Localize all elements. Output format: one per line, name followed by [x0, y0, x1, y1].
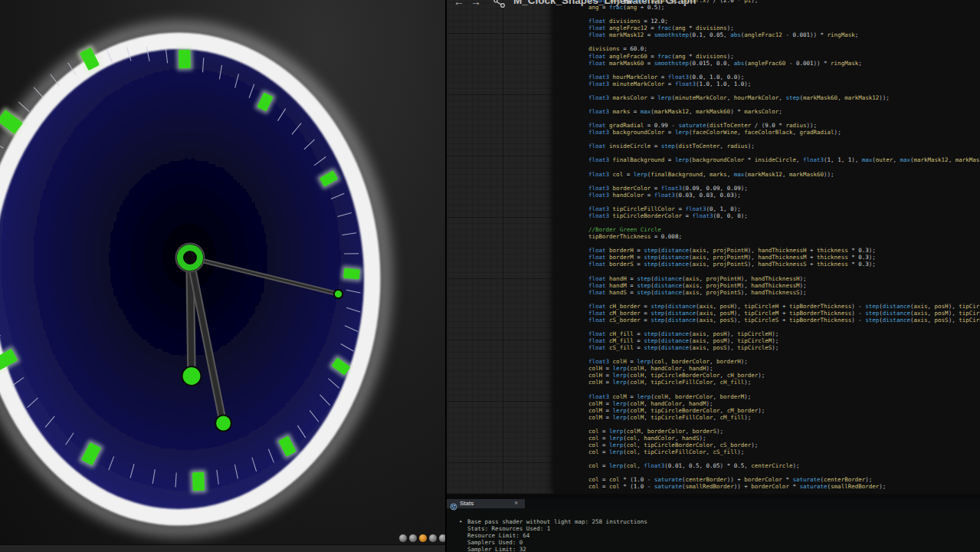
code-line: float3 handColor = float3(0.03, 0.03, 0.…: [588, 192, 980, 199]
stats-line: Samplers Used: 0: [447, 539, 980, 546]
code-line: float markMask12 = smoothstep(0.1, 0.05,…: [588, 31, 980, 38]
code-line: [588, 11, 980, 18]
code-line: [588, 150, 980, 156]
code-line: [588, 386, 980, 393]
graph-node-icon: [493, 0, 506, 12]
preview-shape-cube[interactable]: [428, 534, 438, 543]
forward-button[interactable]: →: [470, 0, 481, 8]
code-line: [588, 455, 980, 462]
back-button[interactable]: ←: [454, 0, 464, 8]
code-line: col = col * (1.0 - saturate(smallRedBord…: [588, 483, 980, 490]
stats-dock: Stats × •Base pass shader without light …: [447, 494, 980, 552]
close-icon[interactable]: ×: [514, 499, 518, 508]
stats-line: •Base pass shader without light map: 258…: [447, 518, 980, 525]
code-line: [588, 324, 980, 330]
code-line: [588, 469, 980, 476]
code-line: [588, 219, 980, 226]
code-line: float borderS = step(distance(axis, proj…: [588, 261, 980, 268]
graph-toolbar: ← → M_Clock_Shapes_Lines ❯ Material Grap…: [447, 0, 980, 8]
code-line: colM = lerp(colM, handColor, handM);: [588, 400, 980, 407]
preview-shape-teapot[interactable]: [438, 534, 447, 543]
code-line: float cM_border = step(distance(axis, po…: [588, 310, 980, 317]
code-line: float3 colH = lerp(col, borderColor, bor…: [588, 358, 980, 365]
preview-shape-cylinder[interactable]: [398, 534, 408, 543]
code-line: [588, 101, 980, 108]
code-line: float cH_fill = step(distance(axis, posH…: [588, 330, 980, 337]
code-line: col = lerp(col, handColor, handS);: [588, 435, 980, 442]
material-graph-panel[interactable]: float ang = atan2(polar.y, polar.x) / (2…: [447, 0, 980, 494]
code-line: float3 minuteMarkColor = float3(1.0, 1.0…: [588, 80, 980, 87]
code-line: float markMask60 = smoothstep(0.015, 0.0…: [588, 60, 980, 67]
code-line: float borderM = step(distance(axis, proj…: [588, 254, 980, 261]
code-line: col = lerp(col, float3(0.01, 0.5, 0.05) …: [588, 462, 980, 469]
code-line: [588, 67, 980, 74]
code-line: float angleFrac12 = frac(ang * divisions…: [588, 25, 980, 31]
hlsl-code-block: float ang = atan2(polar.y, polar.x) / (2…: [588, 0, 980, 490]
code-line: [588, 178, 980, 185]
code-line: [588, 87, 980, 94]
hlsl-code-node[interactable]: float ang = atan2(polar.y, polar.x) / (2…: [553, 0, 980, 494]
code-line: float insideCircle = step(distToCenter, …: [588, 143, 980, 150]
stats-content: •Base pass shader without light map: 258…: [447, 508, 980, 552]
code-line: col = lerp(col, tipCircleFillColor, cS_f…: [588, 449, 980, 455]
preview-viewport[interactable]: [0, 0, 447, 552]
code-line: [588, 38, 980, 45]
code-line: float handH = step(distance(axis, projPo…: [588, 275, 980, 282]
code-line: float3 marks = max(markMask12, markMask6…: [588, 108, 980, 115]
preview-shape-plane[interactable]: [418, 534, 428, 543]
code-line: float divisions = 12.0;: [588, 18, 980, 25]
code-line: col = lerp(col, tipCircleBorderColor, cS…: [588, 442, 980, 449]
code-line: [588, 115, 980, 122]
code-line: float cH_border = step(distance(axis, po…: [588, 303, 980, 310]
code-line: float3 finalBackground = lerp(background…: [588, 156, 980, 163]
code-line: float angleFrac60 = frac(ang * divisions…: [588, 53, 980, 60]
code-line: [588, 164, 980, 171]
code-line: float handM = step(distance(axis, projPo…: [588, 282, 980, 289]
code-line: float cM_fill = step(distance(axis, posM…: [588, 337, 980, 344]
code-line: col = col * (1.0 - saturate(centerBorder…: [588, 476, 980, 483]
preview-shape-buttons: [398, 534, 447, 543]
code-line: float3 marksColor = lerp(minuteMarkColor…: [588, 94, 980, 101]
tab-stats[interactable]: Stats ×: [447, 499, 526, 508]
code-line: float borderH = step(distance(axis, proj…: [588, 247, 980, 254]
code-line: [588, 240, 980, 247]
code-line: colH = lerp(colH, tipCircleBorderColor, …: [588, 372, 980, 379]
breadcrumb-asset-name[interactable]: M_Clock_Shapes_Lines: [513, 0, 631, 6]
code-line: colM = lerp(colM, tipCircleBorderColor, …: [588, 407, 980, 414]
code-line: [588, 268, 980, 274]
code-line: col = lerp(colM, borderColor, borderS);: [588, 428, 980, 435]
code-line: float handS = step(distance(axis, projPo…: [588, 289, 980, 296]
stats-line: Sampler Limit: 32: [447, 546, 980, 552]
code-line: [588, 136, 980, 143]
preview-shape-sphere[interactable]: [408, 534, 418, 543]
stats-tab-label: Stats: [460, 500, 474, 507]
code-line: colM = lerp(colM, tipCircleFillColor, cM…: [588, 414, 980, 421]
code-line: [588, 421, 980, 428]
stats-tab-row: Stats ×: [447, 499, 980, 508]
code-line: colH = lerp(colH, handColor, handH);: [588, 365, 980, 372]
code-line: colH = lerp(colH, tipCircleFillColor, cH…: [588, 379, 980, 386]
breadcrumb-page-name[interactable]: Material Graph: [624, 0, 696, 6]
code-line: float3 col = lerp(finalBackground, marks…: [588, 171, 980, 178]
code-line: float3 hourMarkColor = float3(0.0, 1.0, …: [588, 74, 980, 80]
stats-divider[interactable]: [447, 494, 980, 499]
code-line: [588, 351, 980, 358]
code-line: float3 backgroundColor = lerp(faceColorW…: [588, 129, 980, 136]
code-line: float3 borderColor = float3(0.09, 0.09, …: [588, 185, 980, 192]
code-line: tipBorderThickness = 0.008;: [588, 233, 980, 240]
breadcrumb-separator-icon: ❯: [615, 0, 621, 6]
code-line: float cS_fill = step(distance(axis, posS…: [588, 344, 980, 351]
code-line: float3 tipCircleBorderColor = float3(0, …: [588, 212, 980, 219]
code-line: float gradRadial = 0.99 - saturate(distT…: [588, 122, 980, 129]
material-editor-window: float ang = atan2(polar.y, polar.x) / (2…: [0, 0, 980, 552]
code-line: [588, 296, 980, 303]
code-line: float3 tipCircleFillColor = float3(0, 1,…: [588, 205, 980, 212]
code-line: [588, 199, 980, 205]
code-line: divisions = 60.0;: [588, 45, 980, 52]
code-line: float3 colM = lerp(colH, borderColor, bo…: [588, 393, 980, 400]
stats-line: Resource Limit: 64: [447, 532, 980, 539]
code-line: //Border Green Circle: [588, 226, 980, 233]
code-line: float cS_border = step(distance(axis, po…: [588, 317, 980, 324]
stats-line: Stats: Resources Used: 1: [447, 525, 980, 532]
clock-material-preview: [0, 0, 447, 552]
